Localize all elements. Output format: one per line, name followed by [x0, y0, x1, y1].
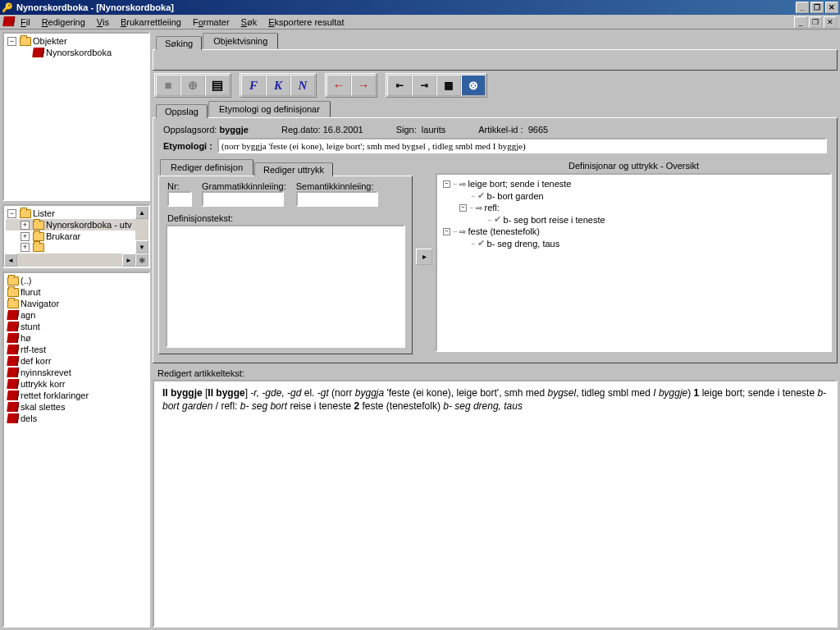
- book-icon: [7, 322, 20, 331]
- menu-vis[interactable]: Vis: [91, 16, 115, 28]
- mdi-restore-button[interactable]: ❐: [809, 16, 822, 28]
- overview-tree[interactable]: −···⇨ leige bort; sende i teneste···✔ b-…: [436, 173, 832, 352]
- transfer-button[interactable]: ▸: [416, 249, 432, 265]
- overview-node[interactable]: −···⇨ feste (tenestefolk): [441, 226, 827, 237]
- items-tree[interactable]: (..) flurut Navigator agn stunt hø rtf-t…: [2, 272, 150, 628]
- overview-node[interactable]: ···✔ b- bort garden: [441, 189, 827, 202]
- target-icon[interactable]: ⊕: [180, 75, 205, 96]
- book-icon: [7, 310, 20, 320]
- overview-node-label: feste (tenestefolk): [468, 226, 540, 236]
- book-icon: [32, 48, 45, 57]
- tree-item[interactable]: + Brukarar: [6, 231, 147, 242]
- overview-node[interactable]: −···⇨ leige bort; sende i teneste: [441, 178, 827, 189]
- tree-item[interactable]: rettet forklaringer: [6, 390, 147, 401]
- tree-item-label: hø: [21, 333, 31, 343]
- menu-bar: Fil Redigering Vis Brukarrettleiing Form…: [0, 15, 840, 30]
- mdi-minimize-button[interactable]: _: [794, 16, 807, 28]
- page-icon[interactable]: ▤: [205, 75, 230, 96]
- overview-node[interactable]: −···⇨ refl:: [441, 202, 827, 213]
- table-icon[interactable]: ▦: [436, 75, 461, 96]
- etymologi-input[interactable]: [217, 138, 827, 153]
- tab-etymologi[interactable]: Etymologi og definisjonar: [208, 101, 331, 117]
- expand-icon[interactable]: +: [21, 232, 30, 241]
- folder-icon: [33, 232, 44, 241]
- tree-item[interactable]: nyinnskrevet: [6, 367, 147, 378]
- expand-icon[interactable]: +: [21, 221, 30, 230]
- sem-input[interactable]: [296, 191, 378, 207]
- menu-brukarrettleiing[interactable]: Brukarrettleiing: [115, 16, 187, 28]
- overview-title: Definisjonar og uttrykk - Oversikt: [436, 158, 832, 173]
- tree-item[interactable]: def korr: [6, 355, 147, 367]
- tab-objektvisning[interactable]: Objektvisning: [203, 33, 278, 49]
- expand-icon[interactable]: −: [459, 204, 467, 212]
- toolbar: ■ ⊕ ▤ F K N ← → ⇤ ⇥ ▦ ⊗: [153, 71, 838, 100]
- tree-item[interactable]: stunt: [6, 321, 147, 332]
- scrollbar-horizontal[interactable]: ◄ ►: [4, 253, 148, 267]
- minimize-button[interactable]: _: [796, 2, 809, 13]
- tree-item[interactable]: (..): [6, 275, 147, 286]
- menu-book-icon: [3, 16, 15, 28]
- tree-item-label: skal slettes: [21, 402, 65, 412]
- tree-item[interactable]: Nynorskordboka: [6, 47, 147, 58]
- format-n-button[interactable]: N: [290, 75, 315, 96]
- arrow-right-icon[interactable]: →: [351, 75, 376, 96]
- nr-input[interactable]: [167, 191, 192, 207]
- window-titlebar: 🔑 Nynorskordboka - [Nynorskordboka] _ ❐ …: [0, 0, 840, 15]
- artikkelid-value: 9665: [528, 125, 548, 135]
- tree-item[interactable]: skal slettes: [6, 401, 147, 413]
- entry-tabs: Oppslag Etymologi og definisjonar: [153, 100, 838, 117]
- article-label: Redigert artikkeltekst:: [153, 363, 838, 380]
- tree-item[interactable]: dels: [6, 413, 147, 424]
- menu-eksportere[interactable]: Eksportere resultat: [262, 16, 349, 28]
- tree-item[interactable]: agn: [6, 309, 147, 321]
- deftext-input[interactable]: [166, 225, 405, 348]
- expand-icon[interactable]: −: [443, 180, 450, 188]
- tab-soking[interactable]: Søking: [156, 36, 202, 50]
- tree-item[interactable]: − Objekter: [6, 35, 147, 47]
- arrow-icon: ⇨: [459, 180, 466, 189]
- format-k-button[interactable]: K: [266, 75, 290, 96]
- tree-item[interactable]: − Lister: [6, 208, 147, 219]
- tree-item[interactable]: + Nynorskordboka - utv: [6, 219, 147, 231]
- menu-fil[interactable]: Fil: [15, 16, 36, 28]
- tree-item[interactable]: flurut: [6, 286, 147, 298]
- scrollbar-vertical[interactable]: ▲ ▼: [135, 206, 148, 253]
- overview-node[interactable]: ···✔ b- seg dreng, taus: [441, 237, 827, 249]
- format-f-button[interactable]: F: [241, 75, 266, 96]
- tree-item[interactable]: Navigator: [6, 298, 147, 309]
- tree-item-label: dels: [21, 413, 37, 423]
- close-button[interactable]: ✕: [825, 2, 838, 13]
- lock-icon[interactable]: ⊗: [461, 75, 486, 96]
- overview-node[interactable]: ···✔ b- seg bort reise i teneste: [441, 213, 827, 226]
- overview-node-label: b- bort garden: [487, 191, 544, 201]
- maximize-button[interactable]: ❐: [810, 2, 824, 13]
- gram-input[interactable]: [202, 191, 284, 207]
- menu-formater[interactable]: Formater: [187, 16, 235, 28]
- arrow-left-icon[interactable]: ←: [326, 75, 351, 96]
- indent-icon[interactable]: ⇥: [412, 75, 436, 96]
- oppslagsord-label: Oppslagsord:: [163, 125, 217, 135]
- folder-icon: [7, 299, 19, 308]
- lists-tree[interactable]: − Lister+ Nynorskordboka - utv+ Brukarar…: [2, 204, 150, 268]
- expand-icon[interactable]: −: [443, 228, 450, 235]
- tree-item[interactable]: rtf-test: [6, 344, 147, 355]
- tree-item[interactable]: hø: [6, 332, 147, 344]
- expand-icon[interactable]: +: [21, 243, 30, 252]
- expand-icon[interactable]: −: [7, 209, 16, 218]
- folder-icon: [33, 243, 44, 252]
- tab-rediger-definisjon[interactable]: Rediger definisjon: [160, 159, 253, 176]
- expand-icon[interactable]: −: [7, 37, 16, 46]
- list-config-icon[interactable]: [135, 253, 148, 267]
- tree-item-label: Nynorskordboka: [46, 48, 112, 57]
- tab-rediger-uttrykk[interactable]: Rediger uttrykk: [254, 162, 333, 176]
- object-tree[interactable]: − Objekter Nynorskordboka: [2, 32, 150, 201]
- tree-item[interactable]: uttrykk korr: [6, 378, 147, 390]
- menu-sok[interactable]: Søk: [235, 16, 263, 28]
- outdent-icon[interactable]: ⇤: [387, 75, 412, 96]
- tab-oppslag[interactable]: Oppslag: [156, 104, 208, 118]
- mdi-close-button[interactable]: ✕: [824, 16, 837, 28]
- tree-item[interactable]: +: [6, 242, 147, 253]
- stop-icon[interactable]: ■: [156, 75, 180, 96]
- menu-redigering[interactable]: Redigering: [36, 16, 91, 28]
- article-textarea[interactable]: II byggje [II bygge] -r, -gde, -gd el. -…: [153, 380, 838, 628]
